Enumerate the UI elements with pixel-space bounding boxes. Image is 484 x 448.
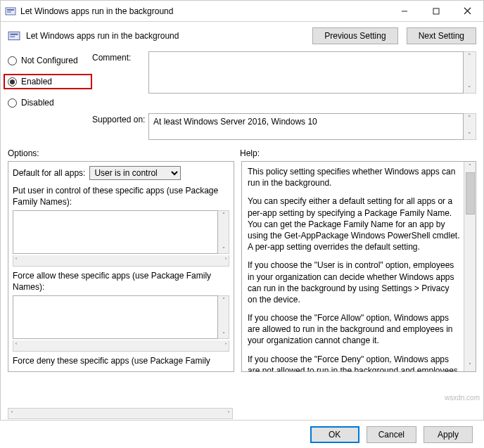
force-deny-label: Force deny these specific apps (use Pack…	[13, 356, 229, 367]
comment-scrollbar[interactable]: ˄ ˅	[464, 51, 476, 94]
help-paragraph: You can specify either a default setting…	[248, 196, 460, 252]
svg-rect-2	[7, 11, 11, 13]
listbox-hscrollbar[interactable]: ˂˃	[13, 340, 229, 352]
force-allow-listbox[interactable]	[13, 295, 218, 339]
put-user-label: Put user in control of these specific ap…	[13, 186, 229, 207]
policy-icon	[8, 30, 20, 42]
state-radio-group: Not Configured Enabled Disabled	[8, 51, 92, 108]
scroll-down-icon: ˅	[468, 131, 471, 139]
settings-form: Not Configured Enabled Disabled Comment:…	[1, 46, 483, 141]
listbox-vscrollbar[interactable]: ˄˅	[218, 210, 229, 254]
footer: OK Cancel Apply	[0, 420, 484, 448]
supported-on-wrap: At least Windows Server 2016, Windows 10	[148, 113, 464, 140]
next-setting-button[interactable]: Next Setting	[407, 27, 476, 44]
svg-rect-8	[10, 34, 18, 35]
supported-on-text: At least Windows Server 2016, Windows 10	[148, 113, 464, 140]
options-panel: Default for all apps: User is in control…	[8, 161, 234, 372]
scroll-up-icon: ˄	[468, 114, 471, 122]
scroll-right-icon: ˃	[225, 411, 232, 417]
window-title: Let Windows apps run in the background	[20, 6, 388, 16]
radio-label: Disabled	[21, 98, 54, 108]
help-paragraph: This policy setting specifies whether Wi…	[248, 166, 460, 188]
radio-not-configured[interactable]: Not Configured	[8, 56, 92, 65]
listbox-hscrollbar[interactable]: ˂˃	[13, 255, 229, 267]
listbox-vscrollbar[interactable]: ˄˅	[218, 295, 229, 339]
default-for-all-select[interactable]: User is in control	[89, 166, 181, 180]
options-label: Options:	[8, 148, 240, 158]
radio-label: Enabled	[21, 77, 52, 87]
svg-rect-4	[433, 8, 439, 14]
supported-scrollbar[interactable]: ˄ ˅	[464, 113, 476, 140]
svg-rect-1	[7, 9, 14, 11]
help-scrollbar[interactable]: ˄ ˅	[464, 162, 476, 371]
radio-label: Not Configured	[21, 56, 78, 65]
options-hscrollbar[interactable]: ˂ ˃	[8, 408, 233, 419]
help-paragraph: If you choose the "User is in control" o…	[248, 260, 460, 305]
radio-enabled[interactable]: Enabled	[8, 77, 52, 87]
supported-on-label: Supported on:	[92, 113, 148, 140]
svg-rect-9	[10, 36, 15, 37]
watermark: wsxdn.com	[445, 394, 480, 402]
default-for-all-label: Default for all apps:	[13, 168, 85, 178]
force-allow-label: Force allow these specific apps (use Pac…	[13, 271, 229, 293]
titlebar: Let Windows apps run in the background	[1, 1, 483, 22]
policy-icon	[5, 6, 16, 17]
scroll-down-icon: ˅	[468, 84, 471, 93]
previous-setting-button[interactable]: Previous Setting	[312, 27, 397, 44]
comment-input[interactable]	[148, 51, 464, 94]
comment-wrap	[148, 51, 464, 108]
comment-label: Comment:	[92, 51, 148, 108]
ok-button[interactable]: OK	[310, 426, 359, 443]
close-button[interactable]	[452, 1, 483, 22]
radio-icon	[8, 56, 17, 65]
radio-icon	[8, 77, 17, 87]
radio-icon	[8, 98, 17, 108]
scroll-left-icon: ˂	[8, 411, 15, 417]
header: Let Windows apps run in the background P…	[1, 22, 483, 46]
put-user-listbox[interactable]	[13, 210, 218, 254]
section-labels: Options: Help:	[1, 141, 483, 161]
scroll-down-icon: ˅	[469, 362, 471, 370]
maximize-button[interactable]	[420, 1, 452, 22]
help-paragraph: If you choose the "Force Deny" option, W…	[248, 354, 460, 372]
panels: Default for all apps: User is in control…	[1, 161, 483, 372]
cancel-button[interactable]: Cancel	[367, 426, 416, 443]
header-title: Let Windows apps run in the background	[26, 31, 312, 41]
help-paragraph: If you choose the "Force Allow" option, …	[248, 312, 460, 347]
scroll-up-icon: ˄	[468, 52, 471, 60]
radio-disabled[interactable]: Disabled	[8, 98, 92, 108]
enabled-highlight: Enabled	[4, 74, 92, 89]
apply-button[interactable]: Apply	[424, 426, 473, 443]
minimize-button[interactable]	[388, 1, 420, 22]
scrollbar-thumb[interactable]	[466, 172, 475, 215]
scroll-up-icon: ˄	[469, 163, 471, 171]
help-label: Help:	[240, 148, 260, 158]
help-panel: This policy setting specifies whether Wi…	[241, 161, 476, 372]
